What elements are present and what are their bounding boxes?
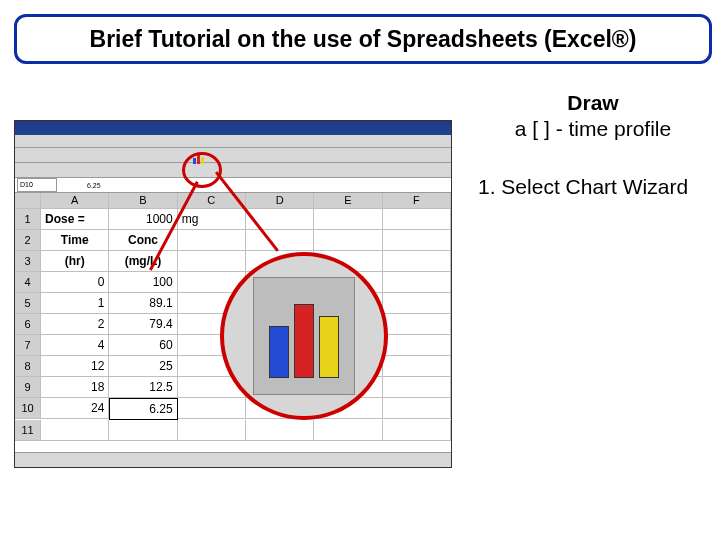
row-header[interactable]: 6 [15, 314, 41, 335]
page-title: Brief Tutorial on the use of Spreadsheet… [14, 14, 712, 64]
excel-menu-bar[interactable] [15, 135, 451, 148]
cell[interactable] [383, 293, 451, 314]
cell[interactable]: 60 [109, 335, 177, 356]
col-header[interactable]: B [109, 193, 177, 209]
step-1-text: 1. Select Chart Wizard [478, 175, 718, 199]
cell[interactable]: 79.4 [109, 314, 177, 335]
draw-line1: Draw [478, 90, 708, 116]
cell[interactable] [246, 420, 314, 441]
name-box[interactable]: D10 [17, 178, 57, 192]
cell[interactable]: (hr) [41, 251, 109, 272]
cell[interactable]: 89.1 [109, 293, 177, 314]
row-header[interactable]: 8 [15, 356, 41, 377]
callout-zoom-circle [220, 252, 388, 420]
cell[interactable]: 1 [41, 293, 109, 314]
row-header[interactable]: 2 [15, 230, 41, 251]
cell[interactable] [383, 398, 451, 419]
cell[interactable] [383, 314, 451, 335]
corner-cell[interactable] [15, 193, 41, 209]
cell[interactable]: Time [41, 230, 109, 251]
cell[interactable] [41, 420, 109, 441]
cell[interactable] [383, 272, 451, 293]
cell[interactable] [314, 420, 382, 441]
draw-caption: Draw a [ ] - time profile [478, 90, 708, 142]
cell[interactable]: 1000 [109, 209, 177, 230]
cell[interactable] [383, 420, 451, 441]
cell[interactable]: 4 [41, 335, 109, 356]
cell[interactable] [383, 335, 451, 356]
row-header[interactable]: 1 [15, 209, 41, 230]
row-header[interactable]: 9 [15, 377, 41, 398]
col-header[interactable]: A [41, 193, 109, 209]
callout-source-circle [182, 152, 222, 188]
excel-title-bar [15, 121, 451, 135]
cell[interactable]: 2 [41, 314, 109, 335]
bar-icon [269, 326, 289, 378]
row-header[interactable]: 5 [15, 293, 41, 314]
row-header[interactable]: 7 [15, 335, 41, 356]
cell[interactable] [383, 356, 451, 377]
cell[interactable]: 25 [109, 356, 177, 377]
cell[interactable]: 18 [41, 377, 109, 398]
cell[interactable]: Dose = [41, 209, 109, 230]
formula-value: 6.25 [87, 182, 101, 189]
row-header[interactable]: 11 [15, 420, 41, 441]
row-header[interactable]: 10 [15, 398, 41, 419]
cell-selected[interactable]: 6.25 [109, 398, 177, 420]
col-header[interactable]: F [383, 193, 451, 209]
cell[interactable] [314, 230, 382, 251]
cell[interactable] [383, 209, 451, 230]
cell[interactable] [178, 420, 246, 441]
row-header[interactable]: 4 [15, 272, 41, 293]
cell[interactable] [383, 230, 451, 251]
draw-line2: a [ ] - time profile [478, 116, 708, 142]
cell[interactable] [178, 398, 246, 419]
chart-wizard-icon-enlarged [253, 277, 355, 395]
cell[interactable] [383, 251, 451, 272]
cell[interactable]: 12.5 [109, 377, 177, 398]
cell[interactable]: 12 [41, 356, 109, 377]
bar-icon [319, 316, 339, 378]
cell[interactable]: 0 [41, 272, 109, 293]
cell[interactable] [109, 420, 177, 441]
excel-status-bar [15, 452, 451, 467]
cell[interactable] [383, 377, 451, 398]
row-header[interactable]: 3 [15, 251, 41, 272]
cell[interactable]: 24 [41, 398, 109, 419]
bar-icon [294, 304, 314, 378]
